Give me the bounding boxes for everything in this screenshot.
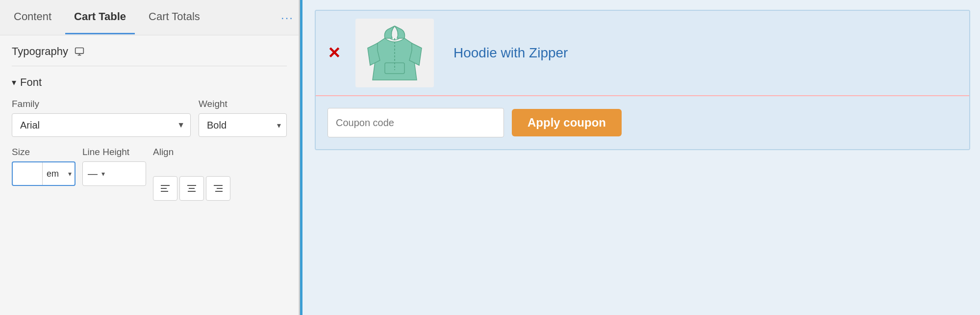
tab-cart-table[interactable]: Cart Table: [65, 0, 135, 34]
tab-cart-totals[interactable]: Cart Totals: [140, 0, 209, 34]
family-label: Family: [12, 99, 191, 109]
cart-item-row: ✕: [316, 11, 969, 95]
align-left-button[interactable]: [153, 176, 177, 201]
tab-more-icon[interactable]: ···: [281, 11, 294, 25]
panel-content: Typography ▾ Font Family: [0, 35, 299, 315]
typography-title: Typography: [12, 45, 68, 58]
size-label: Size: [12, 147, 75, 158]
size-input[interactable]: [13, 165, 42, 183]
tabs-bar: Content Cart Table Cart Totals ···: [0, 0, 299, 35]
font-header: ▾ Font: [12, 76, 287, 89]
family-select-wrapper: Arial Helvetica Times New Roman Georgia …: [12, 113, 191, 137]
line-height-label: Line Height: [82, 147, 146, 158]
weight-select[interactable]: Bold Normal Light Bolder: [199, 113, 287, 137]
right-panel-inner: ✕: [310, 10, 970, 305]
unit-select-wrapper: em px rem % ▾: [42, 162, 74, 185]
typography-section-header: Typography: [12, 45, 287, 66]
font-label: Font: [20, 76, 42, 89]
product-name: Hoodie with Zipper: [453, 45, 568, 61]
lh-dropdown-arrow-icon: ▾: [101, 170, 105, 178]
left-panel: Content Cart Table Cart Totals ··· Typog…: [0, 0, 299, 315]
left-blue-accent-bar: [300, 0, 302, 315]
family-select[interactable]: Arial Helvetica Times New Roman Georgia: [12, 113, 191, 137]
cart-table-section: ✕: [315, 10, 970, 150]
weight-select-wrapper: Bold Normal Light Bolder ▾: [199, 113, 287, 137]
hoodie-image: [363, 21, 427, 85]
align-right-button[interactable]: [206, 176, 230, 201]
svg-rect-0: [75, 48, 84, 54]
align-buttons: [153, 176, 287, 201]
monitor-icon: [73, 46, 87, 57]
chevron-down-icon: ▾: [12, 77, 16, 88]
size-row: Size em px rem % ▾: [12, 147, 287, 201]
font-section: ▾ Font Family Arial Helvetica Times New …: [12, 76, 287, 201]
remove-item-button[interactable]: ✕: [327, 44, 341, 62]
size-input-wrapper: em px rem % ▾: [12, 161, 75, 186]
align-label: Align: [153, 147, 287, 158]
weight-group: Weight Bold Normal Light Bolder ▾: [199, 99, 287, 137]
family-weight-row: Family Arial Helvetica Times New Roman G…: [12, 99, 287, 137]
coupon-code-input[interactable]: [327, 108, 504, 137]
align-group: Align: [153, 147, 287, 201]
weight-label: Weight: [199, 99, 287, 109]
line-height-group: Line Height — ▾: [82, 147, 146, 186]
size-group: Size em px rem % ▾: [12, 147, 75, 186]
coupon-section: Apply coupon: [316, 95, 969, 149]
right-panel: ✕: [300, 0, 980, 315]
line-height-dash: —: [88, 168, 98, 180]
line-height-wrapper: — ▾: [82, 161, 146, 186]
family-group: Family Arial Helvetica Times New Roman G…: [12, 99, 191, 137]
tab-content[interactable]: Content: [5, 0, 60, 34]
align-center-button[interactable]: [179, 176, 204, 201]
product-image: [355, 19, 434, 87]
unit-select[interactable]: em px rem %: [43, 162, 74, 185]
apply-coupon-button[interactable]: Apply coupon: [512, 109, 622, 136]
